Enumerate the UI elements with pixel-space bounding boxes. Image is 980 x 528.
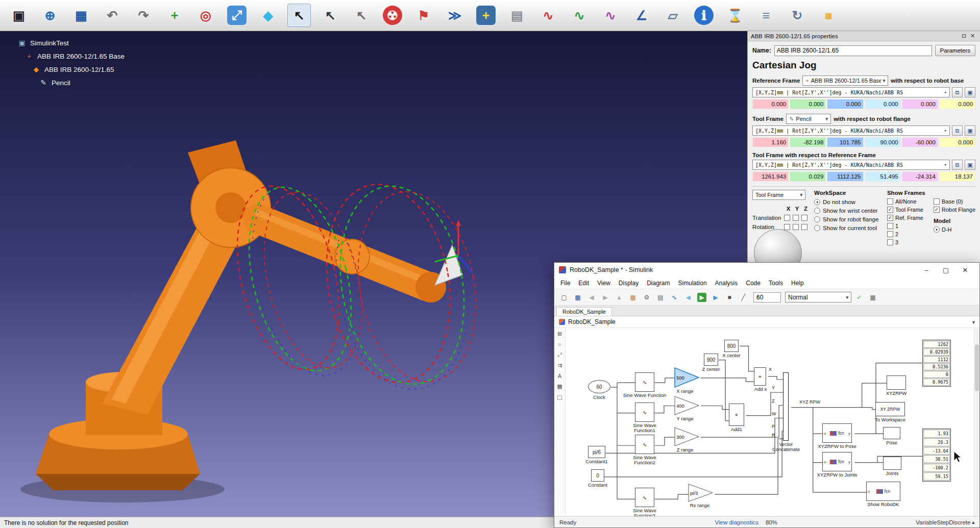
tree-item-pencil-tool[interactable]: ✎ Pencil (39, 76, 125, 89)
jog-value-cell[interactable]: -82.198 (790, 137, 826, 147)
vector-concatenate-block[interactable] (783, 372, 789, 441)
move-object-cursor-icon[interactable]: ↖ (350, 4, 373, 27)
parameters-button[interactable]: Parameters (935, 45, 975, 56)
jog-value-cell[interactable]: 0.000 (939, 137, 975, 147)
checkbox-icon[interactable] (887, 239, 893, 245)
build-model-icon[interactable]: ▦ (867, 291, 879, 304)
menu-item[interactable]: Display (615, 279, 642, 288)
move-reference-cursor-icon[interactable]: ↖ (318, 4, 342, 27)
select-cursor-icon[interactable]: ↖ (287, 4, 311, 27)
menu-item[interactable]: Code (742, 279, 764, 288)
jog-value-cell[interactable]: 90.000 (865, 137, 901, 147)
library-browser-icon[interactable]: ▦ (627, 291, 639, 304)
simulation-speed-icon[interactable]: ⌛ (723, 4, 747, 27)
translation-x-checkbox[interactable] (784, 215, 790, 221)
jog-value-cell[interactable]: 0.029 (790, 171, 826, 182)
frame-checkbox-option[interactable]: Base (0) (934, 197, 975, 206)
menu-item[interactable]: Simulation (675, 279, 710, 288)
fcn-block-xyzrpw-to-pose[interactable]: u fcn y (822, 423, 852, 443)
check-collisions-icon[interactable]: ☢ (381, 4, 404, 27)
jog-value-cell[interactable]: 1.160 (752, 137, 789, 147)
checkbox-icon[interactable]: ✓ (887, 207, 893, 213)
add-x-block[interactable]: + (754, 367, 766, 386)
jog-value-cell[interactable]: 0.000 (902, 99, 938, 109)
float-panel-icon[interactable]: ⊡ (960, 33, 968, 39)
collision-map-icon[interactable]: ⚑ (412, 4, 435, 27)
model-dh-radio[interactable]: ● D-H (934, 225, 975, 234)
menu-item[interactable]: View (594, 279, 614, 288)
forward-icon[interactable]: ▶ (599, 291, 611, 304)
menu-item[interactable]: Analysis (712, 279, 742, 288)
update-station-icon[interactable]: ↻ (786, 4, 809, 27)
stop-icon[interactable]: ■ (723, 291, 736, 304)
add-points-icon[interactable]: ∿ (568, 4, 591, 27)
menu-item[interactable]: File (557, 279, 574, 288)
add1-block[interactable]: + (729, 404, 744, 426)
collision-volume-icon[interactable]: ▱ (661, 4, 684, 27)
tree-item-robot[interactable]: ◆ ABB IRB 2600-12/1.65 (32, 63, 125, 76)
model-settings-icon[interactable]: ⚙ (641, 291, 653, 304)
pose-format-combo[interactable]: [X,Y,Z]mm | Rot[Z,Y',X'']deg - KUKA/Nach… (752, 160, 950, 170)
menu-item[interactable]: Help (788, 279, 807, 288)
image-icon[interactable]: ▦ (557, 383, 562, 390)
signal-line-icon[interactable]: ╱ (737, 291, 749, 304)
project-curve-icon[interactable]: ∿ (599, 4, 622, 27)
clock-block[interactable]: 60 (588, 380, 610, 393)
chevron-down-icon[interactable]: ▾ (972, 319, 975, 325)
save-model-icon[interactable]: ▦ (572, 291, 584, 304)
checkbox-icon[interactable] (887, 231, 893, 237)
radio-icon[interactable] (814, 225, 820, 231)
new-model-icon[interactable]: ▢ (558, 291, 570, 304)
robot-name-input[interactable] (774, 45, 932, 56)
maximize-button[interactable]: ▢ (936, 264, 955, 276)
reference-frame-combo[interactable]: + ABB IRB 2600-12/1.65 Base ▾ (802, 76, 888, 86)
scope-icon[interactable]: ∿ (668, 291, 680, 304)
fcn-block-show-robodk[interactable]: u fcn (866, 482, 900, 501)
tool-frame-combo[interactable]: ✎ Pencil ▾ (786, 114, 831, 124)
jog-value-cell[interactable]: 0.000 (752, 99, 789, 109)
copy-pose-button[interactable]: ⧉ (952, 125, 963, 136)
menu-item[interactable]: Tools (765, 279, 787, 288)
workspace-radio-option[interactable]: Show for current tool (814, 223, 883, 232)
frame-checkbox-option[interactable]: ✓ Ref. Frame (887, 214, 931, 222)
pose-format-combo[interactable]: [X,Y,Z]mm | Rot[Z,Y',X'']deg - KUKA/Nach… (752, 87, 950, 97)
checkbox-icon[interactable]: ✓ (887, 215, 893, 221)
jog-value-cell[interactable]: 101.785 (827, 137, 863, 147)
frame-checkbox-option[interactable]: All/None (887, 197, 931, 206)
zoom-icon[interactable]: ○ (558, 341, 561, 347)
workspace-radio-option[interactable]: Show for wrist center (814, 206, 883, 215)
jog-value-cell[interactable]: 0.000 (790, 99, 826, 109)
annotation-icon[interactable]: A (558, 373, 561, 379)
back-icon[interactable]: ◀ (585, 291, 598, 304)
tree-item-station[interactable]: ▣ SimulinkTest (17, 36, 125, 49)
frame-checkbox-option[interactable]: 2 (887, 230, 931, 238)
save-station-icon[interactable]: ▦ (69, 4, 93, 27)
checkbox-icon[interactable] (887, 198, 893, 205)
jog-value-cell[interactable]: 51.495 (865, 171, 901, 182)
step-back-icon[interactable]: ◀ (682, 291, 694, 304)
sine-wave-block[interactable]: ∿ (635, 435, 654, 454)
run-icon[interactable]: ▶ (696, 291, 708, 304)
measure-icon[interactable]: ∠ (630, 4, 653, 27)
constant1-block[interactable]: pi/6 (588, 446, 605, 458)
new-station-icon[interactable]: ▣ (7, 4, 31, 27)
sine-wave-block[interactable]: ∿ (635, 403, 654, 422)
jog-value-cell[interactable]: 0.000 (827, 99, 863, 109)
fcn-block-xyzrpw-to-joints[interactable]: u fcn y (822, 452, 852, 471)
add-program-icon[interactable]: ▤ (505, 4, 529, 27)
jog-frame-select[interactable]: Tool Frame ▾ (752, 190, 805, 200)
frame-checkbox-option[interactable]: 3 (887, 238, 931, 246)
frame-checkbox-option[interactable]: 1 (887, 222, 931, 230)
simulink-title-bar[interactable]: RoboDK_Sample * - Simulink – ▢ ✕ (554, 263, 979, 277)
sim-stop-time-input[interactable] (753, 292, 781, 303)
checkbox-icon[interactable]: ✓ (934, 207, 940, 213)
chevron-up-icon[interactable]: ▴ (972, 520, 974, 525)
jog-value-cell[interactable]: 1112.125 (827, 171, 863, 182)
copy-pose-button[interactable]: ⧉ (952, 87, 963, 97)
xyzrpw-display-block[interactable] (887, 375, 906, 390)
copy-pose-button[interactable]: ⧉ (952, 160, 963, 170)
model-explorer-icon[interactable]: ▤ (654, 291, 667, 304)
sim-mode-select[interactable]: Normal ▾ (785, 292, 851, 303)
sine-wave-block[interactable]: ∿ (635, 372, 654, 392)
checkbox-icon[interactable] (887, 223, 893, 229)
